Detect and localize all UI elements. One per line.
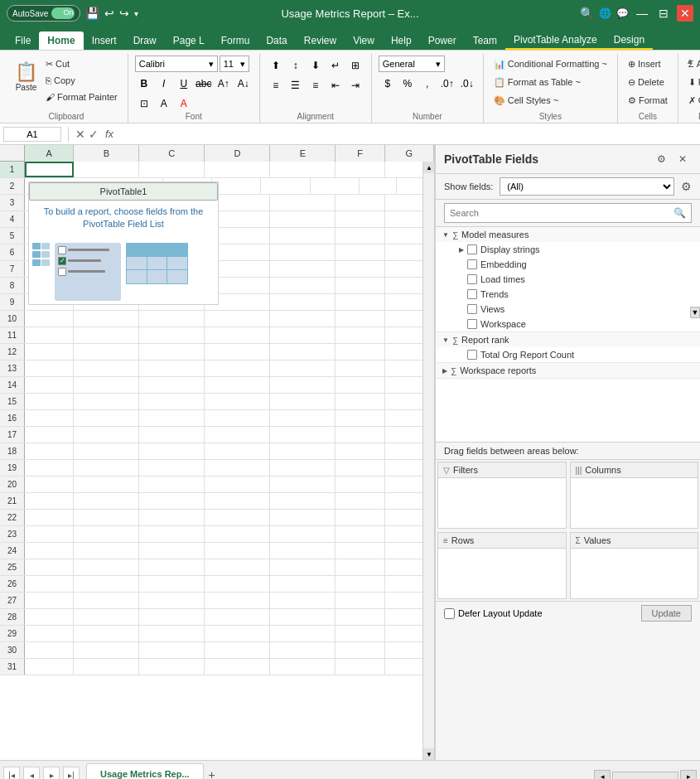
redo-icon[interactable]: ↪ <box>119 7 129 20</box>
checkbox-workspace[interactable] <box>467 319 477 329</box>
field-item-views[interactable]: ▶ Views <box>436 302 700 317</box>
col-header-e[interactable]: E <box>270 145 336 162</box>
fields-gear-icon[interactable]: ⚙ <box>681 180 692 193</box>
table-row[interactable]: 28 <box>0 609 434 626</box>
checkbox-views[interactable] <box>467 304 477 314</box>
tab-design[interactable]: Design <box>606 31 653 50</box>
field-item-trends[interactable]: ▶ Trends <box>436 287 700 302</box>
search-icon[interactable]: 🔍 <box>580 7 594 20</box>
table-row[interactable]: 22 <box>0 510 434 526</box>
strikethrough-button[interactable]: abc <box>195 75 213 92</box>
tab-page-layout[interactable]: Page L <box>165 31 213 50</box>
col-header-g[interactable]: G <box>385 145 434 162</box>
cell-b1[interactable] <box>74 162 139 177</box>
field-list-scrollbar[interactable]: ▼ <box>690 307 700 318</box>
col-header-d[interactable]: D <box>205 145 270 162</box>
cell-e1[interactable] <box>270 162 336 177</box>
table-row[interactable]: 26 <box>0 576 434 593</box>
autosave-toggle[interactable]: On <box>51 7 75 19</box>
cell-d1[interactable] <box>205 162 270 177</box>
field-group-header-workspace-reports[interactable]: ▶ ∑ Workspace reports <box>436 363 700 378</box>
rows-area-body[interactable] <box>438 549 566 598</box>
tab-home[interactable]: Home <box>39 31 83 50</box>
tab-help[interactable]: Help <box>383 31 420 50</box>
number-format-selector[interactable]: General ▾ <box>379 56 445 72</box>
cell-f1[interactable] <box>336 162 384 177</box>
table-row[interactable]: 17 <box>0 427 434 443</box>
update-button[interactable]: Update <box>641 605 692 622</box>
align-center-button[interactable]: ☰ <box>287 77 305 94</box>
cut-button[interactable]: ✂ Cut <box>42 56 121 72</box>
ribbon-collapse-button[interactable]: ▲ <box>683 54 697 67</box>
clear-button[interactable]: ✗ Clear <box>685 92 700 109</box>
underline-button[interactable]: U <box>175 75 193 92</box>
restore-button[interactable]: ⊟ <box>655 5 672 22</box>
tab-pivottable-analyze[interactable]: PivotTable Analyze <box>505 31 606 50</box>
values-area-body[interactable] <box>571 549 698 598</box>
field-group-header-report-rank[interactable]: ▼ ∑ Report rank <box>436 332 700 347</box>
font-color-button[interactable]: A <box>175 95 193 112</box>
table-row[interactable]: 23 <box>0 526 434 543</box>
add-sheet-button[interactable]: + <box>204 767 220 779</box>
formula-input[interactable] <box>120 128 697 141</box>
col-header-c[interactable]: C <box>139 145 205 162</box>
cancel-formula-icon[interactable]: ✕ <box>75 128 85 141</box>
increase-font-button[interactable]: A↑ <box>215 75 233 92</box>
defer-layout-checkbox[interactable] <box>444 608 455 619</box>
field-item-total-org-report-count[interactable]: ▶ Total Org Report Count <box>436 347 700 362</box>
comma-button[interactable]: , <box>418 75 437 92</box>
col-header-a[interactable]: A <box>25 145 74 162</box>
pivot-search-input[interactable] <box>450 208 670 218</box>
checkbox-display-strings[interactable] <box>467 244 477 254</box>
format-cells-button[interactable]: ⚙ Format <box>625 92 671 109</box>
align-bottom-button[interactable]: ⬇ <box>307 57 325 74</box>
minimize-button[interactable]: — <box>634 5 650 22</box>
filters-area-body[interactable] <box>438 478 566 528</box>
tab-insert[interactable]: Insert <box>84 31 125 50</box>
horizontal-scrollbar[interactable]: ◂ ▸ <box>594 770 697 779</box>
font-size-selector[interactable]: 11 ▾ <box>220 56 249 72</box>
vertical-scrollbar[interactable]: ▲ ▼ <box>422 162 434 760</box>
tab-formulas[interactable]: Formu <box>213 31 258 50</box>
format-painter-button[interactable]: 🖌 Format Painter <box>42 89 121 105</box>
tab-file[interactable]: File <box>7 31 39 50</box>
h-scroll-track[interactable] <box>612 772 678 779</box>
field-item-embedding[interactable]: ▶ Embedding <box>436 257 700 272</box>
share-icon[interactable]: 🌐 <box>599 7 611 19</box>
pivot-close-button[interactable]: ✕ <box>673 150 692 168</box>
tab-data[interactable]: Data <box>258 31 295 50</box>
accept-formula-icon[interactable]: ✓ <box>89 128 99 141</box>
align-middle-button[interactable]: ↕ <box>287 57 305 74</box>
undo-icon[interactable]: ↩ <box>104 7 114 20</box>
columns-area-body[interactable] <box>571 478 698 528</box>
format-as-table-button[interactable]: 📋 Format as Table ~ <box>490 74 584 90</box>
pivot-options-button[interactable]: ⚙ <box>652 150 670 168</box>
cell-styles-button[interactable]: 🎨 Cell Styles ~ <box>490 92 562 109</box>
merge-button[interactable]: ⊞ <box>346 57 364 74</box>
tab-first-button[interactable]: |◂ <box>3 767 20 779</box>
field-item-load-times[interactable]: ▶ Load times <box>436 272 700 287</box>
table-row[interactable]: 13 <box>0 360 434 377</box>
table-row[interactable]: 24 <box>0 543 434 559</box>
align-top-button[interactable]: ⬆ <box>267 57 285 74</box>
table-row[interactable]: 30 <box>0 642 434 659</box>
table-row[interactable]: 29 <box>0 626 434 642</box>
show-fields-select[interactable]: (All) <box>500 177 674 196</box>
decrease-font-button[interactable]: A↓ <box>234 75 253 92</box>
align-right-button[interactable]: ≡ <box>307 77 325 94</box>
tab-draw[interactable]: Draw <box>125 31 165 50</box>
tab-team[interactable]: Team <box>465 31 505 50</box>
cell-a1[interactable] <box>25 162 74 177</box>
close-button[interactable]: ✕ <box>677 5 693 22</box>
tab-power[interactable]: Power <box>420 31 465 50</box>
currency-button[interactable]: $ <box>379 75 397 92</box>
paste-button[interactable]: 📋 Paste <box>12 56 41 99</box>
field-group-header-model[interactable]: ▼ ∑ Model measures <box>436 227 700 242</box>
tab-prev-button[interactable]: ◂ <box>23 767 40 779</box>
scroll-track[interactable] <box>423 173 434 748</box>
checkbox-trends[interactable] <box>467 289 477 299</box>
align-left-button[interactable]: ≡ <box>267 77 285 94</box>
cell-reference-box[interactable]: A1 <box>3 127 61 142</box>
delete-cells-button[interactable]: ⊖ Delete <box>625 74 668 90</box>
field-item-display-strings[interactable]: ▶ Display strings <box>436 242 700 257</box>
